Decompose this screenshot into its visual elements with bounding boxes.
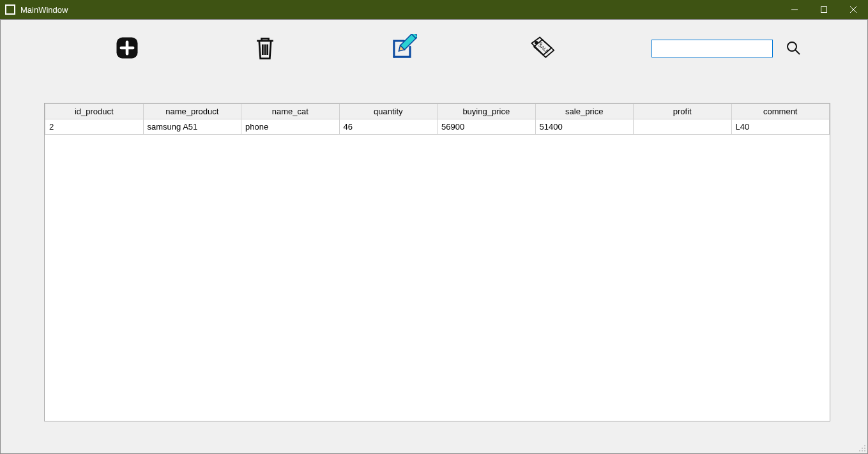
sale-button[interactable]: SALE % xyxy=(524,32,558,65)
col-profit[interactable]: profit xyxy=(634,104,732,119)
svg-point-8 xyxy=(788,42,796,51)
titlebar: MainWindow xyxy=(0,0,868,19)
add-button[interactable] xyxy=(110,32,144,65)
edit-icon xyxy=(389,34,417,64)
cell-buying-price[interactable]: 56900 xyxy=(438,119,536,135)
svg-point-13 xyxy=(862,450,863,451)
svg-point-10 xyxy=(862,448,863,449)
svg-text:SALE: SALE xyxy=(538,42,551,54)
delete-button[interactable] xyxy=(248,32,282,65)
col-name-cat[interactable]: name_cat xyxy=(241,104,340,119)
cell-name-product[interactable]: samsung A51 xyxy=(143,119,241,135)
table-header-row: id_product name_product name_cat quantit… xyxy=(45,104,830,119)
product-table[interactable]: id_product name_product name_cat quantit… xyxy=(44,103,830,421)
cell-name-cat[interactable]: phone xyxy=(241,119,340,135)
edit-button[interactable] xyxy=(384,29,422,68)
plus-icon xyxy=(113,34,141,64)
svg-point-12 xyxy=(859,450,860,451)
cell-comment[interactable]: L40 xyxy=(731,119,830,135)
cell-sale-price[interactable]: 51400 xyxy=(535,119,634,135)
col-buying-price[interactable]: buying_price xyxy=(438,104,536,119)
minimize-button[interactable] xyxy=(780,0,809,19)
app-icon xyxy=(5,4,15,15)
svg-rect-0 xyxy=(821,7,827,13)
toolbar: SALE % xyxy=(1,20,867,77)
col-name-product[interactable]: name_product xyxy=(143,104,241,119)
cell-profit[interactable] xyxy=(634,119,732,135)
search-button[interactable] xyxy=(783,38,803,59)
col-sale-price[interactable]: sale_price xyxy=(535,104,634,119)
table-row[interactable]: 2 samsung A51 phone 46 56900 51400 L40 xyxy=(45,119,830,135)
window-title: MainWindow xyxy=(20,5,68,15)
resize-grip[interactable] xyxy=(857,443,866,452)
trash-icon xyxy=(251,34,279,64)
cell-quantity[interactable]: 46 xyxy=(339,119,438,135)
client-area: SALE % xyxy=(0,19,868,454)
maximize-button[interactable] xyxy=(809,0,839,19)
svg-point-11 xyxy=(864,448,865,449)
col-comment[interactable]: comment xyxy=(731,104,830,119)
close-button[interactable] xyxy=(839,0,868,19)
cell-id-product[interactable]: 2 xyxy=(45,119,144,135)
col-id-product[interactable]: id_product xyxy=(45,104,144,119)
sale-tag-icon: SALE % xyxy=(527,34,555,64)
search-input[interactable] xyxy=(651,40,773,57)
search-icon xyxy=(786,40,801,57)
svg-point-9 xyxy=(864,445,865,446)
svg-point-14 xyxy=(864,450,865,451)
col-quantity[interactable]: quantity xyxy=(339,104,438,119)
